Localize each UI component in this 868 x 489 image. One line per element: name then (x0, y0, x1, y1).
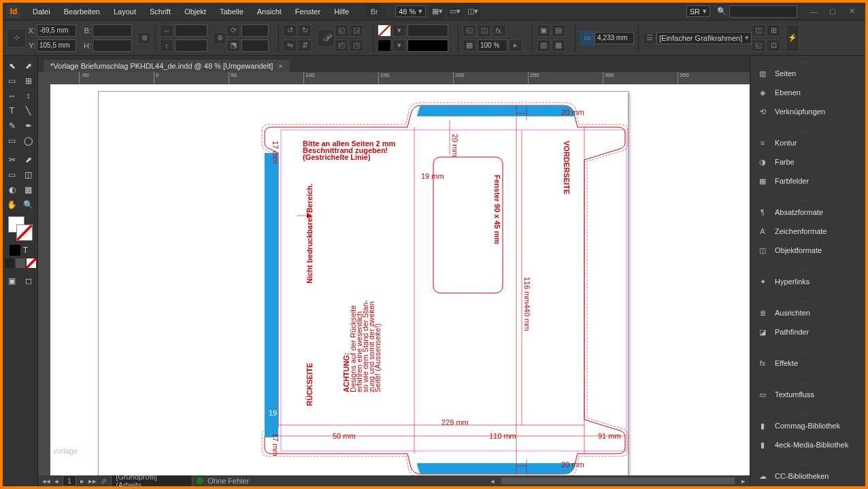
preflight-errors[interactable]: Ohne Fehler (207, 477, 249, 485)
workspace-combo[interactable]: SR▾ (686, 5, 710, 17)
panel-grip-icon[interactable] (750, 411, 865, 416)
scale-x-icon[interactable]: ↔ (160, 24, 173, 37)
fill-stroke-proxy[interactable] (8, 216, 33, 241)
page-tool[interactable]: ▭ (4, 73, 20, 88)
select-content-icon[interactable]: ◲ (350, 24, 363, 37)
select-container-icon[interactable]: ◱ (335, 24, 348, 37)
panel-ausrichten[interactable]: ≣Ausrichten (750, 303, 865, 322)
zoom-level-combo[interactable]: 48 %▾ (395, 5, 426, 17)
type-tool[interactable]: T (4, 103, 20, 118)
content-collector-tool[interactable]: ↔ (4, 88, 20, 103)
panel--eck-media-bibliothek[interactable]: ▮4eck-Media-Bibliothek (750, 435, 865, 454)
y-input[interactable] (37, 39, 76, 52)
rectangle-frame-tool[interactable]: ▭ (4, 133, 20, 148)
color-theme-tool[interactable]: ▦ (20, 182, 37, 197)
reference-point-icon[interactable]: ⊹ (7, 29, 26, 48)
free-transform-tool[interactable]: ⬈ (20, 152, 37, 167)
fill-dd-icon[interactable]: ▾ (393, 24, 406, 37)
gap-tool[interactable]: ⊞ (20, 73, 37, 88)
menu-bearbeiten[interactable]: Bearbeiten (57, 3, 107, 20)
select-prev-icon[interactable]: ◰ (335, 39, 348, 52)
rectangle-tool[interactable]: ◯ (20, 133, 37, 148)
h-input[interactable] (93, 39, 132, 52)
wrap-jump-icon[interactable]: ▦ (552, 39, 565, 52)
selection-tool[interactable]: ⬉ (4, 58, 20, 73)
open-icon[interactable]: ⬀ (101, 477, 107, 486)
panel-grip-icon[interactable] (750, 298, 865, 303)
menu-datei[interactable]: Datei (26, 3, 57, 20)
rotate-ccw-icon[interactable]: ↺ (283, 24, 297, 37)
panel-grip-icon[interactable] (750, 461, 865, 467)
fill-swatch-icon[interactable] (378, 24, 391, 37)
panel-commag-bibliothek[interactable]: ▮Commag-Bibliothek (750, 416, 865, 435)
preview-mode-icon[interactable]: ◻ (20, 273, 37, 288)
constrain-icon[interactable]: ⊗ (137, 32, 151, 44)
menu-hilfe[interactable]: Hilfe (327, 3, 356, 20)
page-nav-prev-icon[interactable]: ◂◂ (42, 477, 50, 486)
line-tool[interactable]: ╲ (20, 103, 37, 118)
normal-view-icon[interactable]: ▣ (4, 273, 20, 288)
wrap-none-icon[interactable]: ▣ (537, 24, 550, 37)
page-nav-fwd-icon[interactable]: ▸ (80, 477, 84, 486)
paragraph-icon[interactable]: 𝒫 (317, 29, 335, 47)
panel-textumfluss[interactable]: ▭Textumfluss (750, 385, 865, 404)
shear-icon[interactable]: ⬔ (227, 39, 240, 52)
panel-verkn-pfungen[interactable]: ⟲Verknüpfungen (750, 102, 865, 121)
hand-tool[interactable]: ✋ (4, 197, 20, 212)
document-tab[interactable]: *Vorlage Briefumschlag PKHDL44_de.indd @… (44, 60, 290, 72)
panel-grip-icon[interactable] (750, 380, 865, 385)
pen-tool[interactable]: ✎ (4, 118, 20, 133)
apply-gradient-icon[interactable]: T (20, 245, 31, 256)
panel-cc-bibliotheken[interactable]: ☁CC-Bibliotheken (750, 467, 865, 486)
page-nav-back-icon[interactable]: ◂ (54, 477, 59, 486)
close-button[interactable]: ✕ (842, 5, 861, 18)
panel-grip-icon[interactable] (750, 348, 865, 354)
stroke-dd-icon[interactable]: ▾ (393, 39, 406, 52)
menu-ansicht[interactable]: Ansicht (250, 3, 288, 20)
corner-icon[interactable]: ◱ (463, 24, 476, 37)
align-icon[interactable]: ◫ (752, 24, 765, 37)
horizontal-ruler[interactable]: -50050100150200250300350 (38, 72, 750, 84)
panel-kontur[interactable]: ≡Kontur (750, 133, 865, 152)
gradient-feather-tool[interactable]: ◫ (20, 167, 37, 182)
zoom-tool[interactable]: 🔍 (20, 197, 37, 212)
panel-effekte[interactable]: fxEffekte (750, 354, 865, 373)
scale-y-icon[interactable]: ↕ (160, 39, 173, 52)
direct-selection-tool[interactable]: ⬈ (20, 58, 37, 73)
horizontal-scrollbar[interactable] (501, 477, 735, 484)
w-input[interactable] (93, 24, 132, 37)
wrap-bound-icon[interactable]: ▤ (552, 24, 565, 37)
stroke-weight-input[interactable] (595, 32, 634, 44)
panel-absatzformate[interactable]: ¶Absatzformate (750, 203, 865, 222)
opacity-dd-icon[interactable]: ▸ (509, 39, 522, 52)
panel-grip-icon[interactable] (750, 267, 865, 272)
apply-none-icon[interactable] (27, 258, 36, 268)
object-style-combo[interactable]: [Einfacher Grafikrahmen]▾ (656, 32, 752, 44)
panel-grip-icon[interactable] (750, 58, 865, 64)
apply-color-icon[interactable] (10, 245, 20, 256)
swap-fill-icon[interactable] (16, 258, 25, 268)
menu-tabelle[interactable]: Tabelle (213, 3, 250, 20)
flip-h-icon[interactable]: ⇋ (283, 39, 297, 52)
shear-input[interactable] (241, 39, 269, 52)
x-input[interactable] (37, 24, 76, 37)
panel-grip-icon[interactable] (750, 197, 865, 203)
distribute-icon[interactable]: ⊞ (767, 24, 780, 37)
vertical-ruler[interactable] (38, 84, 50, 475)
opacity-input[interactable] (478, 39, 507, 52)
flip-v-icon[interactable]: ⇵ (298, 39, 312, 52)
menu-fenster[interactable]: Fenster (288, 3, 327, 20)
clip-icon[interactable]: ⊡ (767, 39, 780, 52)
wrap-shape-icon[interactable]: ▥ (537, 39, 550, 52)
fx-icon[interactable]: fx. (493, 24, 506, 37)
scale-y-input[interactable] (175, 39, 207, 52)
arrange-icon[interactable]: ◫▾ (465, 4, 480, 19)
opacity-icon[interactable]: ▦ (463, 39, 476, 52)
rotate-input[interactable] (241, 24, 269, 37)
panel-seiten[interactable]: ▥Seiten (750, 64, 865, 83)
constrain-scale-icon[interactable]: ⊗ (213, 32, 227, 44)
stroke-style-combo[interactable] (407, 39, 448, 52)
effects-icon[interactable]: ◫ (478, 24, 491, 37)
panel-objektformate[interactable]: ◫Objektformate (750, 241, 865, 260)
panel-zeichenformate[interactable]: AZeichenformate (750, 222, 865, 241)
